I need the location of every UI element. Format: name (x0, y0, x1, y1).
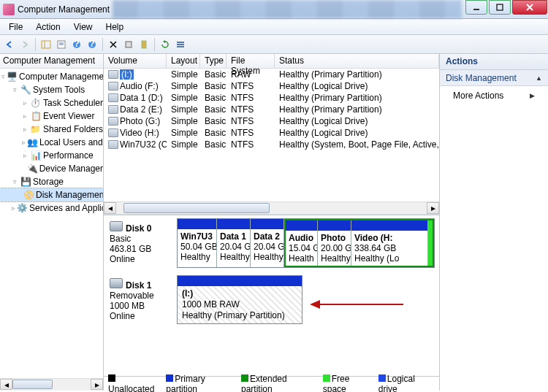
window-title-text: Computer Management (18, 4, 110, 15)
tree-header[interactable]: Computer Management (0, 54, 103, 69)
tree-task-scheduler[interactable]: ▹⏱️Task Scheduler (0, 96, 103, 109)
help-button[interactable]: ? (70, 38, 83, 51)
volume-row[interactable]: Data 2 (E:)SimpleBasicNTFSHealthy (Prima… (104, 104, 439, 115)
app-icon (3, 4, 15, 15)
menu-action[interactable]: Action (30, 20, 66, 34)
disk-1[interactable]: Disk 1 Removable 1000 MB Online (I:)1000… (108, 275, 435, 324)
disk-0-info: Disk 0 Basic 463.81 GB Online (108, 218, 172, 268)
col-volume[interactable]: Volume (104, 54, 167, 68)
tree-storage[interactable]: ▿💾Storage (0, 175, 103, 188)
minimize-button[interactable] (465, 0, 487, 15)
content-pane: Volume Layout Type File System Status (I… (104, 54, 440, 391)
volume-row[interactable]: Video (H:)SimpleBasicNTFSHealthy (Logica… (104, 127, 439, 139)
col-layout[interactable]: Layout (167, 54, 200, 68)
volume-row[interactable]: Win7U32 (C:)SimpleBasicNTFSHealthy (Syst… (104, 139, 439, 150)
col-type[interactable]: Type (200, 54, 227, 68)
drive-icon (108, 117, 118, 126)
drive-icon (108, 105, 118, 114)
volume-row[interactable]: (I:)SimpleBasicRAWHealthy (Primary Parti… (104, 69, 439, 80)
svg-rect-15 (126, 42, 132, 47)
disk-1-info: Disk 1 Removable 1000 MB Online (108, 275, 172, 324)
chevron-right-icon: ▶ (530, 92, 535, 99)
tree-local-users[interactable]: ▹👥Local Users and Gro (0, 136, 103, 149)
svg-rect-16 (142, 41, 146, 48)
volume-row[interactable]: Data 1 (D:)SimpleBasicNTFSHealthy (Prima… (104, 92, 439, 104)
partition-win7[interactable]: Win7U350.04 GBHealthy (178, 219, 217, 267)
partition-data1[interactable]: Data 120.04 GHealthy (217, 219, 251, 267)
partition-photo[interactable]: Photo20.00 GHealthy (318, 220, 351, 266)
svg-rect-1 (497, 4, 503, 10)
svg-text:?: ? (89, 40, 94, 49)
tree-scrollbar[interactable]: ◂▸ (0, 378, 103, 391)
back-button[interactable] (3, 38, 16, 51)
svg-rect-4 (42, 41, 50, 48)
disk-map: Disk 0 Basic 463.81 GB Online Win7U350.0… (104, 215, 439, 376)
show-hide-tree-button[interactable] (39, 38, 53, 51)
tree-disk-management[interactable]: 📀Disk Management (0, 188, 103, 201)
actions-section[interactable]: Disk Management▲ (440, 70, 548, 86)
forward-button[interactable] (18, 38, 31, 51)
drive-icon (108, 82, 118, 91)
tree-root[interactable]: ▿🖥️Computer Management (0, 70, 103, 83)
extended-partition: Audio15.04 GHealth Photo20.00 GHealthy V… (284, 219, 434, 267)
volume-list-header: Volume Layout Type File System Status (104, 54, 439, 69)
partition-video[interactable]: Video (H:338.64 GBHealthy (Lo (351, 220, 428, 266)
navigation-tree: Computer Management ▿🖥️Computer Manageme… (0, 54, 104, 391)
svg-rect-17 (177, 42, 184, 43)
drive-icon (108, 93, 118, 102)
help2-button[interactable]: ? (85, 38, 99, 51)
disk-icon (110, 278, 123, 288)
close-button[interactable] (512, 0, 547, 15)
menu-bar: File Action View Help (0, 19, 548, 35)
free-space-sliver[interactable] (428, 220, 433, 266)
legend: Unallocated Primary partition Extended p… (104, 376, 439, 391)
partition-i[interactable]: (I:)1000 MB RAWHealthy (Primary Partitio… (177, 275, 302, 324)
actions-pane: Actions Disk Management▲ More Actions▶ (440, 54, 548, 391)
partition-audio[interactable]: Audio15.04 GHealth (286, 220, 318, 266)
disk-icon (110, 221, 123, 231)
volume-scrollbar[interactable]: ◂▸ (104, 201, 439, 215)
tree-shared-folders[interactable]: ▹📁Shared Folders (0, 123, 103, 136)
drive-icon (108, 70, 118, 79)
volume-row[interactable]: Photo (G:)SimpleBasicNTFSHealthy (Logica… (104, 115, 439, 127)
svg-text:?: ? (74, 40, 79, 49)
drive-icon (108, 128, 118, 137)
tree-system-tools[interactable]: ▿🔧System Tools (0, 83, 103, 96)
settings-button[interactable] (122, 38, 135, 51)
svg-marker-21 (310, 300, 320, 309)
volume-row[interactable]: Audio (F:)SimpleBasicNTFSHealthy (Logica… (104, 80, 439, 92)
refresh-icon[interactable] (159, 38, 172, 51)
more-actions[interactable]: More Actions▶ (440, 86, 548, 105)
menu-help[interactable]: Help (100, 20, 130, 34)
delete-icon[interactable] (107, 38, 120, 51)
tool-icon[interactable] (137, 38, 151, 51)
svg-rect-19 (177, 46, 184, 47)
tree-services[interactable]: ▹⚙️Services and Applicati (0, 201, 103, 215)
actions-header: Actions (440, 54, 548, 70)
menu-file[interactable]: File (3, 20, 28, 34)
tree-device-manager[interactable]: 🔌Device Manager (0, 162, 103, 175)
chevron-up-icon: ▲ (536, 74, 542, 82)
partition-data2[interactable]: Data 220.04 GHealthy (251, 219, 284, 267)
window-title: Computer Management (0, 4, 110, 15)
maximize-button[interactable] (489, 0, 511, 15)
list-icon[interactable] (174, 38, 187, 51)
annotation-arrow-icon (308, 297, 411, 312)
tree-performance[interactable]: ▹📊Performance (0, 149, 103, 162)
titlebar-glass (113, 0, 462, 18)
toolbar: ? ? (0, 35, 548, 54)
col-status[interactable]: Status (275, 54, 439, 68)
properties-button[interactable] (55, 38, 68, 51)
tree-event-viewer[interactable]: ▹📋Event Viewer (0, 109, 103, 123)
col-fs[interactable]: File System (227, 54, 275, 68)
window-titlebar: Computer Management (0, 0, 548, 19)
disk-0[interactable]: Disk 0 Basic 463.81 GB Online Win7U350.0… (108, 218, 435, 268)
drive-icon (108, 140, 118, 149)
menu-view[interactable]: View (68, 20, 99, 34)
volume-list: (I:)SimpleBasicRAWHealthy (Primary Parti… (104, 69, 439, 150)
svg-rect-18 (177, 44, 184, 45)
